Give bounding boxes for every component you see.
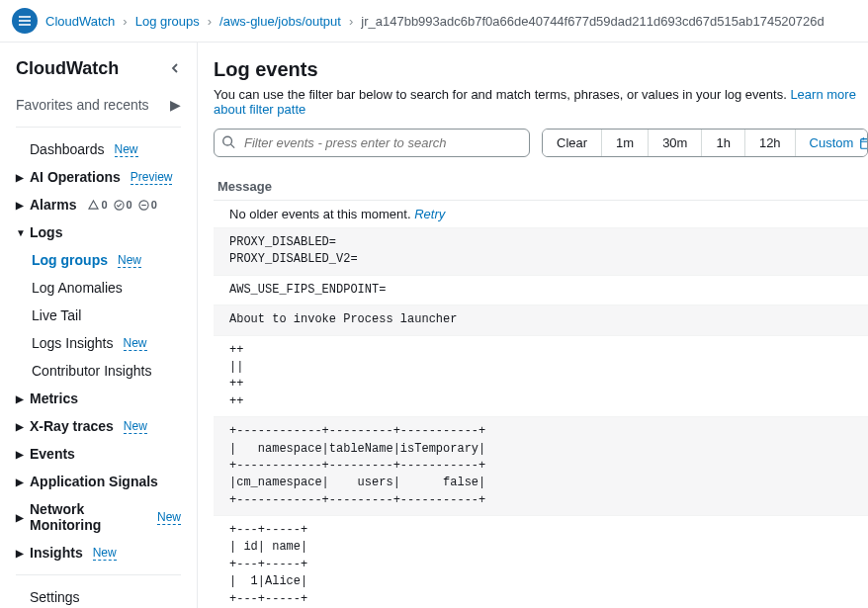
chevron-left-icon <box>169 62 181 74</box>
chevron-right-icon: › <box>349 14 353 29</box>
breadcrumb-stream: jr_a147bb993adc6b7f0a66de40744f677d59dad… <box>361 14 824 29</box>
svg-point-7 <box>223 136 232 145</box>
log-row[interactable]: AWS_USE_FIPS_ENDPOINT= <box>214 276 868 305</box>
app-signals-label: Application Signals <box>30 474 158 489</box>
sidebar-item-insights[interactable]: Insights New <box>0 539 197 566</box>
range-30m-button[interactable]: 30m <box>649 130 702 156</box>
ai-ops-label: AI Operations <box>30 169 121 185</box>
log-events-list: No older events at this moment. Retry PR… <box>214 201 868 608</box>
page-subtitle: You can use the filter bar below to sear… <box>214 87 868 117</box>
search-icon <box>221 134 235 151</box>
caret-right-icon: ▶ <box>170 97 181 113</box>
search-wrapper <box>214 129 530 157</box>
svg-line-8 <box>231 144 235 148</box>
breadcrumb-log-groups[interactable]: Log groups <box>135 14 200 29</box>
sidebar-item-settings[interactable]: Settings <box>0 583 197 608</box>
events-label: Events <box>30 446 75 462</box>
menu-button[interactable] <box>12 8 38 34</box>
sidebar-item-contributor-insights[interactable]: Contributor Insights <box>0 357 197 385</box>
sidebar-item-metrics[interactable]: Metrics <box>0 385 197 412</box>
log-row[interactable]: About to invoke Process launcher <box>214 305 868 335</box>
sidebar-item-network-monitoring[interactable]: Network Monitoring New <box>0 495 197 539</box>
alarm-check-icon <box>114 200 125 211</box>
sidebar-collapse-button[interactable] <box>169 61 181 77</box>
favorites-label: Favorites and recents <box>16 97 149 113</box>
log-groups-label: Log groups <box>32 252 108 268</box>
new-badge: New <box>157 510 181 525</box>
caret-icon <box>16 172 24 183</box>
range-1m-button[interactable]: 1m <box>602 130 649 156</box>
sidebar-title: CloudWatch <box>16 58 119 79</box>
alarm-count-a: 0 <box>101 199 107 211</box>
caret-icon <box>16 227 24 238</box>
sidebar-item-xray[interactable]: X-Ray traces New <box>0 412 197 440</box>
alarm-counts: 0 0 0 <box>88 199 156 211</box>
alarm-triangle-icon <box>88 200 99 211</box>
caret-icon <box>16 421 24 432</box>
sidebar-favorites[interactable]: Favorites and recents ▶ <box>0 91 197 119</box>
filter-input[interactable] <box>214 129 530 157</box>
caret-icon <box>16 548 24 559</box>
metrics-label: Metrics <box>30 391 78 406</box>
sidebar-item-ai-operations[interactable]: AI Operations Preview <box>0 163 197 191</box>
sidebar-item-app-signals[interactable]: Application Signals <box>0 468 197 495</box>
alarm-count-c: 0 <box>151 199 157 211</box>
main-content: Log events You can use the filter bar be… <box>198 43 868 608</box>
alarm-count-b: 0 <box>127 199 132 211</box>
settings-label: Settings <box>30 589 80 605</box>
sidebar-item-live-tail[interactable]: Live Tail <box>0 302 197 329</box>
net-mon-label: Network Monitoring <box>30 501 147 533</box>
sidebar-item-dashboards[interactable]: Dashboards New <box>0 135 197 163</box>
log-message: ++ || ++ ++ <box>229 342 852 411</box>
sidebar: CloudWatch Favorites and recents ▶ Dashb… <box>0 43 198 608</box>
range-12h-button[interactable]: 12h <box>745 130 796 156</box>
range-custom-button[interactable]: Custom <box>796 130 868 156</box>
clear-button[interactable]: Clear <box>543 130 602 156</box>
sidebar-item-logs-insights[interactable]: Logs Insights New <box>0 329 197 357</box>
log-row[interactable]: +---+-----+ | id| name| +---+-----+ | 1|… <box>214 516 868 608</box>
breadcrumb-root[interactable]: CloudWatch <box>45 14 115 29</box>
breadcrumb: CloudWatch › Log groups › /aws-glue/jobs… <box>0 0 868 43</box>
log-row[interactable]: PROXY_DISABLED= PROXY_DISABLED_V2= <box>214 228 868 276</box>
chevron-right-icon: › <box>208 14 212 29</box>
separator <box>16 574 181 575</box>
log-row[interactable]: ++ || ++ ++ <box>214 336 868 418</box>
retry-link[interactable]: Retry <box>414 207 445 221</box>
sidebar-item-log-anomalies[interactable]: Log Anomalies <box>0 274 197 302</box>
new-badge: New <box>118 253 141 268</box>
sidebar-item-events[interactable]: Events <box>0 440 197 468</box>
custom-label: Custom <box>810 135 854 150</box>
range-1h-button[interactable]: 1h <box>702 130 744 156</box>
log-row[interactable]: +------------+---------+-----------+ | n… <box>214 417 868 516</box>
page-title: Log events <box>214 58 868 81</box>
contributor-label: Contributor Insights <box>32 363 151 379</box>
sidebar-item-logs[interactable]: Logs <box>0 218 197 246</box>
logs-insights-label: Logs Insights <box>32 335 114 351</box>
no-older-text: No older events at this moment. <box>229 207 414 221</box>
log-message: PROXY_DISABLED= PROXY_DISABLED_V2= <box>229 234 852 269</box>
logs-label: Logs <box>30 224 62 240</box>
svg-point-4 <box>115 200 124 209</box>
svg-marker-3 <box>89 200 98 208</box>
time-range-group: Clear 1m 30m 1h 12h Custom <box>542 129 868 157</box>
preview-badge: Preview <box>130 170 173 185</box>
xray-label: X-Ray traces <box>30 418 114 434</box>
new-badge: New <box>93 546 117 561</box>
alarms-label: Alarms <box>30 197 76 213</box>
insights-label: Insights <box>30 545 83 561</box>
new-badge: New <box>124 419 147 434</box>
svg-rect-9 <box>861 138 868 148</box>
chevron-right-icon: › <box>123 14 127 29</box>
sidebar-item-alarms[interactable]: Alarms 0 0 0 <box>0 191 197 218</box>
live-tail-label: Live Tail <box>32 307 81 323</box>
new-badge: New <box>115 142 138 157</box>
breadcrumb-path[interactable]: /aws-glue/jobs/output <box>219 14 341 29</box>
caret-icon <box>16 477 24 487</box>
log-message: About to invoke Process launcher <box>229 311 852 328</box>
message-column-header: Message <box>214 173 868 201</box>
dashboards-label: Dashboards <box>30 141 105 157</box>
no-older-row: No older events at this moment. Retry <box>214 201 868 228</box>
sidebar-item-log-groups[interactable]: Log groups New <box>0 246 197 274</box>
log-message: AWS_USE_FIPS_ENDPOINT= <box>229 282 852 299</box>
caret-icon <box>16 393 24 404</box>
